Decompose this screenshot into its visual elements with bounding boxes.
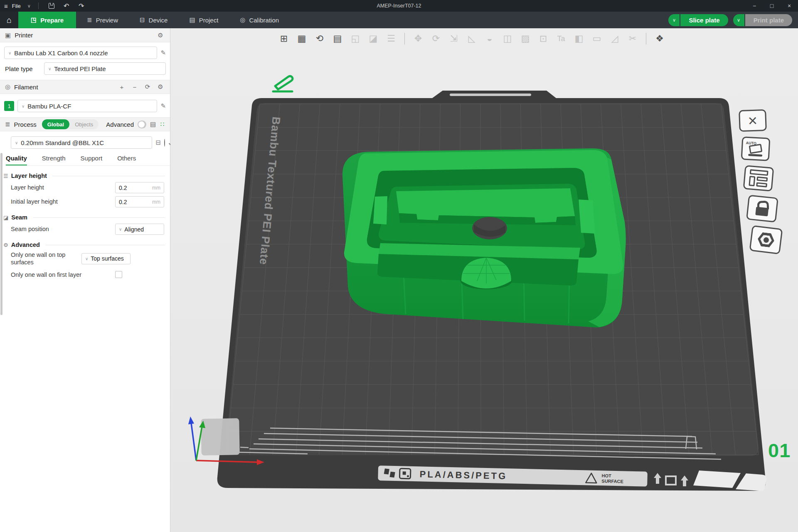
sidebar-scrollbar[interactable]: [0, 153, 2, 315]
tab-label: Device: [149, 17, 168, 24]
tab-others[interactable]: Others: [117, 155, 136, 165]
plate-delete-all-button[interactable]: ×: [739, 109, 767, 132]
seam-icon: ◪: [3, 214, 8, 221]
param-row-initial-layer-height: Initial layer height 0.2 mm: [11, 196, 164, 207]
process-tab-strip: Quality Strength Support Others: [6, 155, 170, 166]
one-wall-first-layer-checkbox[interactable]: [115, 271, 122, 278]
advanced-group-header: ⚙ Advanced: [3, 241, 165, 248]
tab-calibration[interactable]: ◎ Calibration: [229, 12, 290, 28]
param-row-one-wall-first-layer: Only one wall on first layer: [11, 269, 164, 280]
chevron-down-icon: ∨: [15, 140, 18, 145]
initial-layer-height-input[interactable]: 0.2 mm: [115, 196, 164, 207]
param-value: 0.2: [119, 185, 152, 191]
origin-patch: [201, 418, 240, 456]
advanced-toggle[interactable]: [138, 121, 146, 128]
unlock-icon: [755, 207, 768, 216]
chevron-down-icon: ∨: [119, 227, 122, 232]
menu-icon[interactable]: ≡: [4, 2, 8, 10]
plate-settings-button[interactable]: [749, 225, 783, 255]
filament-section-header: ◎ Filament + − ⟳ ⚙: [0, 80, 170, 94]
tab-label: Preview: [96, 17, 118, 24]
ams-sync-icon[interactable]: ⟳: [143, 83, 152, 91]
surface-label: SURFACE: [601, 478, 623, 484]
minimize-button[interactable]: −: [746, 0, 763, 12]
seam-position-select[interactable]: ∨ Aligned: [115, 224, 164, 235]
filament-value: Bambu PLA-CF: [27, 103, 71, 110]
param-row-one-wall-top: Only one wall on top surfaces ∨ Top surf…: [11, 251, 164, 266]
plate-handle-slot: [450, 94, 531, 96]
plate-auto-orient-button[interactable]: AUTO: [741, 136, 771, 161]
printer-settings-gear-icon[interactable]: ⚙: [156, 32, 165, 39]
chevron-down-icon: ∨: [22, 104, 25, 108]
tab-device[interactable]: ⊟ Device: [129, 12, 178, 28]
auto-orient-base: [748, 154, 762, 157]
close-button[interactable]: ×: [781, 0, 798, 12]
build-plate-scene: Bambu Textured PEI Plate: [170, 28, 798, 532]
title-bar: ≡ File ∨ ↶ ↷ AMEP-InserT07-12 − □ ×: [0, 0, 798, 12]
param-label: Only one wall on first layer: [11, 271, 115, 278]
filament-select[interactable]: ∨ Bambu PLA-CF: [17, 100, 157, 112]
chevron-down-icon: ∨: [48, 66, 51, 71]
printer-model-select[interactable]: ∨ Bambu Lab X1 Carbon 0.4 nozzle: [4, 47, 157, 59]
tab-prepare[interactable]: ◳ Prepare: [18, 12, 76, 28]
add-filament-button[interactable]: +: [117, 84, 126, 91]
slice-options-chevron-icon[interactable]: ∨: [668, 14, 680, 26]
main-nav-bar: ⌂ ◳ Prepare ≣ Preview ⊟ Device ▤ Project…: [0, 12, 798, 28]
home-button[interactable]: ⌂: [0, 12, 18, 28]
arrange-icon: [749, 169, 768, 187]
3d-viewport[interactable]: ⊞▦⟲▤◱◪☰✥⟳⇲◺◒◫▨⊡Ta◧▭◿✂❖ Bambu Textured PE…: [170, 28, 798, 532]
filament-slot-badge: 1: [4, 101, 14, 111]
parameter-list-icon[interactable]: ▤: [150, 121, 156, 128]
process-preset-select[interactable]: ∨ 0.20mm Standard @BBL X1C: [11, 136, 152, 149]
file-menu[interactable]: File: [12, 3, 21, 9]
tab-strength[interactable]: Strength: [42, 155, 66, 165]
scope-global-pill[interactable]: Global: [42, 119, 69, 129]
printer-section-title: Printer: [15, 32, 33, 39]
printer-icon: ▣: [5, 32, 11, 39]
chevron-down-icon[interactable]: ∨: [27, 3, 31, 9]
bambu-logo-icon: [384, 468, 389, 474]
search-glyph: [164, 139, 165, 147]
slice-plate-button[interactable]: Slice plate: [680, 14, 728, 26]
edit-plate-name-icon[interactable]: [273, 76, 293, 91]
chevron-down-icon: ∨: [85, 256, 88, 261]
tab-quality[interactable]: Quality: [6, 155, 27, 165]
plate-type-select[interactable]: ∨ Textured PEI Plate: [44, 62, 166, 75]
tab-label: Calibration: [249, 17, 279, 24]
remove-filament-button[interactable]: −: [130, 84, 139, 91]
device-icon: ⊟: [140, 16, 145, 24]
settings-sidebar: ▣ Printer ⚙ ∨ Bambu Lab X1 Carbon 0.4 no…: [0, 28, 170, 532]
model-object[interactable]: [342, 148, 626, 328]
undo-icon[interactable]: ↶: [61, 2, 72, 10]
plate-arrange-button[interactable]: [743, 165, 774, 192]
edit-filament-icon[interactable]: ✎: [160, 102, 166, 110]
filament-settings-gear-icon[interactable]: ⚙: [156, 83, 165, 91]
redo-icon[interactable]: ↷: [76, 2, 87, 10]
tab-label: Project: [199, 17, 219, 24]
tab-preview[interactable]: ≣ Preview: [76, 12, 129, 28]
param-label: Only one wall on top surfaces: [11, 251, 81, 266]
layer-height-input[interactable]: 0.2 mm: [115, 182, 164, 193]
compare-presets-icon[interactable]: ∷: [160, 121, 165, 128]
divider: [33, 217, 165, 218]
floppy-glyph: [49, 3, 54, 9]
one-wall-top-select[interactable]: ∨ Top surfaces: [81, 253, 131, 264]
plate-lock-button[interactable]: [746, 195, 778, 222]
save-icon[interactable]: [46, 2, 57, 10]
process-preset-value: 0.20mm Standard @BBL X1C: [21, 139, 104, 146]
close-icon: ×: [748, 111, 758, 130]
search-settings-icon[interactable]: [164, 139, 165, 146]
tab-support[interactable]: Support: [81, 155, 103, 165]
tab-project[interactable]: ▤ Project: [178, 12, 229, 28]
print-options-chevron-icon[interactable]: ∨: [733, 14, 744, 26]
group-title: Seam: [11, 214, 27, 221]
scope-objects-pill[interactable]: Objects: [69, 119, 99, 129]
save-preset-icon[interactable]: ⊟: [155, 139, 161, 146]
filament-section-title: Filament: [14, 84, 38, 91]
plate-number[interactable]: 01: [768, 439, 791, 462]
printer-section-header: ▣ Printer ⚙: [0, 28, 170, 42]
home-icon: ⌂: [7, 15, 12, 25]
edit-printer-icon[interactable]: ✎: [160, 49, 166, 57]
maximize-button[interactable]: □: [763, 0, 781, 12]
advanced-gear-icon: ⚙: [3, 242, 8, 248]
